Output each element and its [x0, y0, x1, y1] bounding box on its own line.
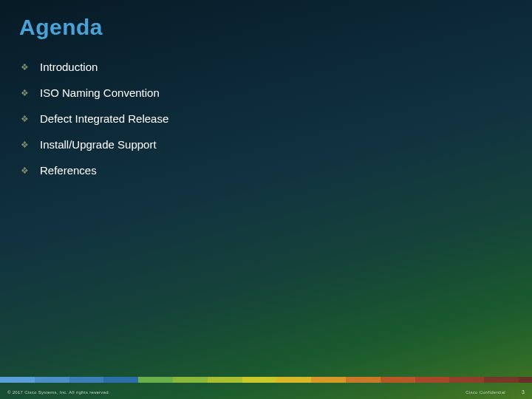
item-label: Introduction — [40, 61, 98, 73]
list-item: ❖ Introduction — [19, 61, 507, 73]
item-label: ISO Naming Convention — [40, 86, 160, 99]
page-number: 3 — [522, 389, 525, 395]
footer-confidential: Cisco Confidential — [466, 390, 505, 395]
slide-title: Agenda — [19, 15, 103, 40]
list-item: ❖ Defect Integrated Release — [19, 112, 507, 125]
item-label: Install/Upgrade Support — [40, 138, 157, 151]
list-item: ❖ References — [19, 164, 507, 177]
list-item: ❖ Install/Upgrade Support — [19, 138, 507, 151]
item-label: Defect Integrated Release — [40, 112, 168, 125]
diamond-bullet-icon: ❖ — [19, 140, 30, 149]
diamond-bullet-icon: ❖ — [19, 115, 30, 123]
diamond-bullet-icon: ❖ — [19, 63, 30, 72]
item-label: References — [40, 164, 97, 177]
footer-copyright: © 2017 Cisco Systems, Inc. All rights re… — [7, 390, 110, 395]
agenda-list: ❖ Introduction ❖ ISO Naming Convention ❖… — [19, 61, 507, 190]
list-item: ❖ ISO Naming Convention — [19, 86, 507, 99]
footer-color-bar — [0, 377, 532, 383]
diamond-bullet-icon: ❖ — [19, 89, 30, 98]
diamond-bullet-icon: ❖ — [19, 166, 30, 175]
